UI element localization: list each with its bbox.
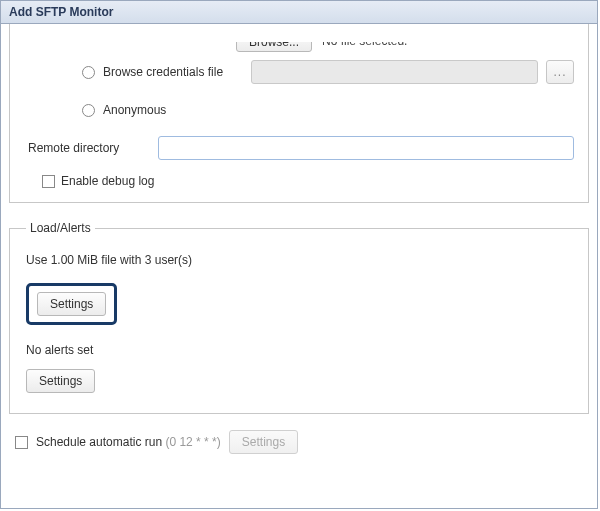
partial-top-row: Browse... No file selected.: [76, 30, 574, 52]
load-settings-button[interactable]: Settings: [37, 292, 106, 316]
browse-key-button[interactable]: Browse...: [236, 30, 312, 52]
alerts-settings-button[interactable]: Settings: [26, 369, 95, 393]
credentials-file-input[interactable]: [251, 60, 538, 84]
browse-credentials-label: Browse credentials file: [103, 65, 243, 79]
load-alerts-legend: Load/Alerts: [26, 221, 95, 235]
radio-anonymous[interactable]: [82, 104, 95, 117]
schedule-row: Schedule automatic run (0 12 * * *) Sett…: [15, 430, 589, 454]
remote-directory-row: Remote directory: [28, 136, 574, 160]
auth-fieldset: Browse... No file selected. Browse crede…: [9, 24, 589, 203]
anonymous-label: Anonymous: [103, 103, 166, 117]
load-alerts-fieldset: Load/Alerts Use 1.00 MiB file with 3 use…: [9, 221, 589, 414]
browse-credentials-button[interactable]: ...: [546, 60, 574, 84]
anonymous-row: Anonymous: [82, 98, 574, 122]
dialog-window: Add SFTP Monitor Browse... No file selec…: [0, 0, 598, 509]
enable-debug-row: Enable debug log: [42, 174, 574, 188]
enable-debug-label: Enable debug log: [61, 174, 154, 188]
remote-directory-label: Remote directory: [28, 141, 148, 155]
radio-browse-credentials[interactable]: [82, 66, 95, 79]
remote-directory-input[interactable]: [158, 136, 574, 160]
schedule-checkbox[interactable]: [15, 436, 28, 449]
load-settings-highlight: Settings: [26, 283, 117, 325]
no-file-selected-text: No file selected.: [322, 34, 407, 48]
schedule-cron-text: (0 12 * * *): [165, 435, 220, 449]
schedule-label: Schedule automatic run (0 12 * * *): [36, 435, 221, 449]
browse-credentials-row: Browse credentials file ...: [82, 60, 574, 84]
schedule-settings-button[interactable]: Settings: [229, 430, 298, 454]
use-file-text: Use 1.00 MiB file with 3 user(s): [26, 253, 572, 267]
no-alerts-text: No alerts set: [26, 343, 572, 357]
enable-debug-checkbox[interactable]: [42, 175, 55, 188]
content-area: Browse... No file selected. Browse crede…: [1, 24, 597, 454]
window-title: Add SFTP Monitor: [1, 1, 597, 24]
schedule-label-text: Schedule automatic run: [36, 435, 165, 449]
